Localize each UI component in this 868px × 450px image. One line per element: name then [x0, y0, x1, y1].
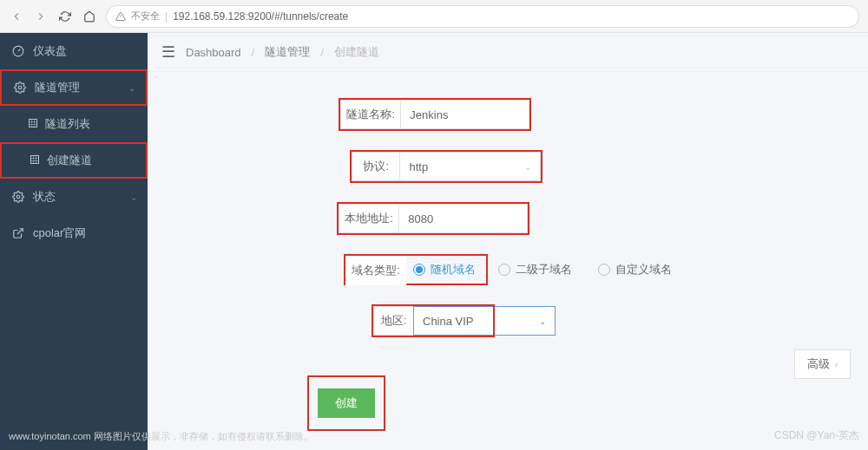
row-tunnel-name: 隧道名称: Jenkins — [339, 98, 531, 131]
radio-icon — [498, 264, 510, 276]
region-select[interactable]: ⌄ — [495, 306, 556, 336]
menu-toggle-icon[interactable]: ☰ — [161, 42, 175, 62]
local-addr-label: 本地地址: — [339, 204, 398, 233]
advanced-button[interactable]: 高级 › — [794, 349, 851, 379]
dashboard-icon — [12, 45, 24, 57]
sidebar: 仪表盘 隧道管理 ⌄ 隧道列表 创建隧道 状态 ⌄ — [0, 33, 148, 450]
breadcrumb-current: 创建隧道 — [334, 44, 379, 60]
chevron-down-icon: ⌄ — [130, 192, 137, 202]
browser-bar: 不安全 | 192.168.59.128:9200/#/tunnels/crea… — [0, 0, 868, 33]
tunnel-name-label: 隧道名称: — [340, 100, 400, 129]
svg-point-3 — [18, 86, 22, 89]
sidebar-item-official[interactable]: cpolar官网 — [0, 215, 148, 251]
sidebar-item-tunnel-mgmt[interactable]: 隧道管理 ⌄ — [0, 69, 148, 106]
reload-button[interactable] — [57, 9, 73, 24]
submit-button[interactable]: 创建 — [318, 388, 375, 418]
row-protocol: 协议: http ⌄ — [350, 150, 542, 183]
forward-button[interactable] — [33, 9, 49, 24]
sidebar-item-create-tunnel[interactable]: 创建隧道 — [0, 142, 148, 179]
svg-point-14 — [16, 195, 20, 199]
domain-type-label: 域名类型: — [345, 256, 406, 285]
url-bar[interactable]: 不安全 | 192.168.59.128:9200/#/tunnels/crea… — [106, 5, 859, 28]
radio-icon — [598, 264, 610, 276]
sidebar-item-label: cpolar官网 — [33, 225, 86, 241]
external-link-icon — [12, 227, 24, 239]
grid-icon — [30, 154, 40, 167]
local-addr-input[interactable]: 8080 — [398, 204, 528, 233]
radio-custom-domain[interactable]: 自定义域名 — [598, 262, 672, 277]
warning-icon — [115, 11, 126, 22]
topbar: ☰ Dashboard / 隧道管理 / 创建隧道 — [148, 33, 868, 72]
row-local-addr: 本地地址: 8080 — [337, 202, 529, 235]
sidebar-item-label: 隧道管理 — [35, 80, 80, 95]
footer-disclaimer: www.toyinotan.com 网络图片仅供展示，非存储，如有侵权请联系删除… — [9, 430, 313, 443]
chevron-down-icon: ⌄ — [524, 162, 531, 172]
gear-icon — [12, 191, 24, 203]
back-button[interactable] — [9, 9, 24, 24]
chevron-down-icon: ⌄ — [128, 83, 135, 93]
svg-line-15 — [17, 229, 23, 234]
sidebar-item-dashboard[interactable]: 仪表盘 — [0, 33, 148, 69]
insecure-label: 不安全 — [131, 10, 160, 23]
radio-icon — [413, 264, 425, 276]
sidebar-item-label: 创建隧道 — [47, 153, 92, 168]
grid-icon — [28, 118, 38, 131]
sidebar-item-status[interactable]: 状态 ⌄ — [0, 179, 148, 215]
radio-sub-domain[interactable]: 二级子域名 — [498, 262, 572, 277]
sidebar-item-label: 状态 — [33, 189, 56, 205]
url-text: 192.168.59.128:9200/#/tunnels/create — [173, 10, 348, 23]
breadcrumb-dashboard[interactable]: Dashboard — [186, 46, 241, 59]
chevron-down-icon: ⌄ — [539, 316, 546, 326]
row-domain-type: 域名类型: 随机域名 二级子域名 自定义域名 — [344, 254, 868, 285]
submit-wrap: 创建 — [307, 375, 385, 431]
protocol-select[interactable]: http ⌄ — [399, 152, 541, 181]
sidebar-item-label: 隧道列表 — [45, 116, 90, 132]
row-region: 地区: China VIP ⌄ — [372, 304, 868, 337]
home-button[interactable] — [82, 9, 97, 24]
svg-rect-4 — [30, 119, 37, 127]
gear-icon — [14, 82, 26, 94]
tunnel-name-input[interactable]: Jenkins — [400, 100, 529, 129]
watermark: CSDN @Yan-英杰 — [774, 428, 859, 443]
sidebar-item-label: 仪表盘 — [33, 43, 67, 59]
sidebar-item-tunnel-list[interactable]: 隧道列表 — [0, 106, 148, 142]
svg-rect-9 — [31, 155, 39, 163]
breadcrumb-tunnel-mgmt[interactable]: 隧道管理 — [265, 44, 310, 60]
region-value: China VIP — [413, 306, 493, 336]
protocol-label: 协议: — [352, 152, 399, 181]
main-content: ☰ Dashboard / 隧道管理 / 创建隧道 隧道名称: Jenkins … — [148, 33, 868, 450]
region-label: 地区: — [373, 306, 413, 336]
chevron-right-icon: › — [835, 360, 838, 369]
radio-random-domain[interactable]: 随机域名 — [406, 256, 483, 284]
form-content: 隧道名称: Jenkins 协议: http ⌄ 本地地址: 8080 域名类型… — [148, 72, 868, 450]
